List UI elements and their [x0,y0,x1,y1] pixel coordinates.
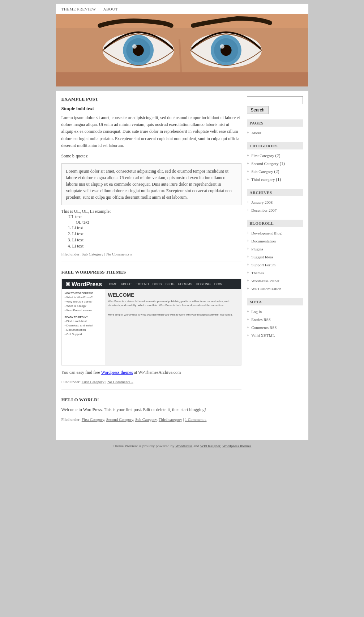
wp-nav-blog: BLOG [166,282,175,286]
cat-third-link[interactable]: Third category [251,177,275,182]
wp-nav-home: HOME [107,282,117,286]
blogroll-suggest-link[interactable]: Suggest Ideas [251,255,273,259]
meta-comments-link[interactable]: Comments RSS [251,325,277,330]
blogroll-suggest: + Suggest Ideas [247,253,303,261]
blogroll-docs-link[interactable]: Documentation [251,239,276,243]
filed-under-label-2: Filed under: [61,380,81,384]
search-input[interactable] [247,96,303,104]
hw-body: Welcome to WordPress. This is your first… [61,406,241,413]
nav-theme-preview[interactable]: THEME PREVIEW [61,7,96,11]
wp-why: • Why should I use it? [65,300,102,303]
post-title-example[interactable]: EXAMPLE POST [61,96,241,102]
hw-comments[interactable]: 1 Comment » [185,417,207,422]
header-image [56,14,308,86]
blockquote: Lorem ipsum dolor sit amet, consectetur … [61,163,241,205]
wp-right-panel: WELCOME WordPress is a state-of-the-art … [105,289,241,365]
hw-cat-first[interactable]: First Category [82,417,104,422]
wp-welcome-title: WELCOME [108,292,238,298]
wp-nav-docs: DOCS [153,282,162,286]
post-subtitle: Simple bold text [61,106,241,111]
blogroll-support: + Support Forum [247,261,303,269]
blogroll-support-link[interactable]: Support Forum [251,263,275,267]
cat-sub-count: (2) [274,169,279,174]
blogroll-planet: + WordPress Planet [247,277,303,285]
wp-header: ✖ WordPress HOME ABOUT EXTEND DOCS BLOG … [62,279,241,289]
post-footer-3: Filed under: First Category, Second Cate… [61,417,241,422]
blogroll-dev: + Development Blog [247,229,303,237]
wp-nav-dow: DOW [214,282,222,286]
cat-second-link[interactable]: Second Category [251,161,278,166]
nav-about[interactable]: ABOUT [103,7,118,11]
meta-entries-link[interactable]: Entries RSS [251,317,270,322]
filed-under-label-3: Filed under: [61,417,81,422]
wp-left-panel: NEW TO WORDPRESS? • What is WordPress? •… [62,289,105,365]
svg-point-8 [132,44,136,48]
page-about-link[interactable]: About [251,131,261,135]
hw-cat-third[interactable]: Third category [159,417,182,422]
wp-description: You can easy find free Wordpress themes … [61,369,241,376]
wp-themes-link[interactable]: Wordpress themes [101,370,133,375]
meta-section: META + Log in + Entries RSS + Comments R… [247,298,303,339]
blogroll-plugins-link[interactable]: Plugins [251,247,263,251]
content-wrapper: EXAMPLE POST Simple bold text Lorem ipsu… [56,90,309,440]
category-sub[interactable]: Sub Category [82,252,103,256]
bquote-label: Some b-quotes: [61,153,241,160]
wp-find: • Find a web host [65,320,102,323]
search-section: Search [247,96,303,114]
cat-second: + Second Category (1) [247,160,303,168]
wp-nav-extend: EXTEND [136,282,149,286]
footer-themes-link[interactable]: Wordpress themes [222,444,252,448]
wp-nav: HOME ABOUT EXTEND DOCS BLOG FORUMS HOSTI… [107,282,222,286]
blogroll-planet-link[interactable]: WordPress Planet [251,279,279,283]
archive-dec-link[interactable]: December 2007 [251,208,277,212]
search-button[interactable]: Search [247,106,269,114]
meta-login-link[interactable]: Log in [251,309,262,314]
cat-second-count: (1) [280,161,285,166]
blogroll-dev-link[interactable]: Development Blog [251,231,281,235]
no-comments[interactable]: No Comments » [106,252,132,256]
post-footer-1: Filed under: Sub Category | No Comments … [61,252,241,256]
sidebar: Search PAGES + About CATEGORIES + First … [247,96,303,434]
no-comments-2[interactable]: No Comments » [107,380,133,384]
cat-first-count: (2) [275,153,281,158]
footer-wpdesigner-link[interactable]: WPDesigner [200,444,220,448]
svg-rect-2 [56,28,308,72]
archives-title: ARCHIVES [247,189,303,196]
plus-icon: + [247,130,249,135]
categories-title: CATEGORIES [247,142,303,149]
meta-login: + Log in [247,308,303,316]
archives-section: ARCHIVES + January 2008 + December 2007 [247,189,303,214]
pages-title: PAGES [247,119,303,127]
hw-cat-sub[interactable]: Sub Category [135,417,157,422]
post-example: EXAMPLE POST Simple bold text Lorem ipsu… [61,96,241,262]
categories-section: CATEGORIES + First Category (2) + Second… [247,142,303,183]
list-item: Li text [72,231,241,237]
post-wp-themes: FREE WORDPRESS THEMES ✖ WordPress HOME A… [61,269,241,390]
meta-entries: + Entries RSS [247,316,303,324]
footer-wp-link[interactable]: WordPress [175,444,192,448]
blogroll-themes: + Themes [247,269,303,277]
post-body-1: Lorem ipsum dolor sit amet, consectetur … [61,114,241,149]
archive-jan-link[interactable]: January 2008 [251,200,273,204]
post-title-wp[interactable]: FREE WORDPRESS THEMES [61,269,241,275]
cat-third: + Third category (1) [247,176,303,183]
blogroll-section: BLOGROLL + Development Blog + Documentat… [247,220,303,293]
blogroll-wpc-link[interactable]: WP Customization [251,287,281,291]
hw-cat-second[interactable]: Second Category [106,417,133,422]
list-item: Li text [72,237,241,243]
main-content: EXAMPLE POST Simple bold text Lorem ipsu… [61,96,241,434]
cat-first-link[interactable]: First Category [251,153,274,158]
cat-sub-link[interactable]: Sub Category [251,169,273,174]
wp-download: • Download and install [65,324,102,327]
post-title-hw[interactable]: HELLO WORLD! [61,397,241,403]
blogroll-themes-link[interactable]: Themes [251,271,264,275]
meta-xhtml-link[interactable]: Valid XHTML [251,333,275,338]
wp-body-text2: More simply, WordPress is what you use w… [108,313,238,317]
wp-docs: • Documentation [65,328,102,331]
wp-screenshot: ✖ WordPress HOME ABOUT EXTEND DOCS BLOG … [61,279,241,365]
category-first[interactable]: First Category [82,380,104,384]
svg-rect-3 [56,72,308,86]
list-section: This is UL, OL, Li example: UL text OL t… [61,209,241,249]
page-about: + About [247,129,303,137]
blogroll-title: BLOGROLL [247,220,303,227]
